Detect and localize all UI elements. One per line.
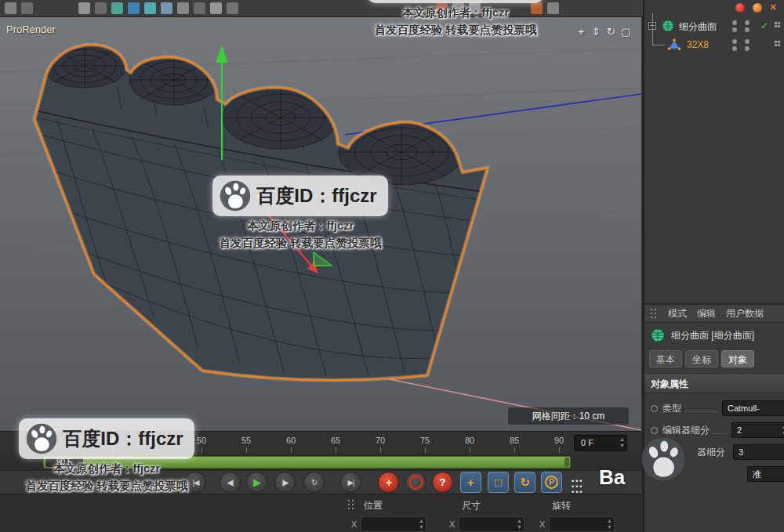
position-header: 位置 (364, 499, 383, 512)
timeline-tick: 65 (326, 436, 345, 445)
loop-button[interactable]: ↻ (303, 472, 325, 493)
toolbar-icon[interactable] (128, 2, 140, 14)
baidu-jingyan-logo-icon (25, 422, 58, 455)
timeline-tick: 60 (281, 436, 300, 445)
toolbar-icon[interactable] (227, 2, 238, 14)
attribute-menubar: 模式 编辑 用户数据 (644, 304, 784, 323)
layer-grid-icon[interactable] (775, 41, 781, 47)
record-keyframe-button[interactable]: + (378, 472, 399, 493)
animation-dot-icon[interactable] (651, 427, 658, 434)
render-red-ball-icon[interactable] (735, 3, 745, 13)
object-properties-section[interactable]: 对象属性 (644, 375, 784, 393)
spinner-arrows[interactable]: ▲▼ (419, 518, 424, 530)
range-end-handle[interactable] (564, 458, 569, 467)
spinner-arrows[interactable]: ▲▼ (619, 436, 625, 449)
watermark: 百度ID：ffjczr 本文原创作者：ffjczr 首发百度经验 转载要点赞投票… (353, 0, 558, 38)
watermark: 百度ID：ffjczr 本文原创作者：ffjczr 首发百度经验 转载要点赞投票… (198, 176, 403, 251)
move-tool-button[interactable]: + (460, 472, 481, 493)
toggle-view-icon[interactable]: ▢ (619, 25, 633, 38)
timeline-tick: 70 (371, 436, 390, 445)
toolbar-icon[interactable] (5, 2, 16, 14)
object-manager: × 细分曲面 ✓ 32X8 (644, 0, 784, 304)
close-icon[interactable]: × (770, 1, 776, 13)
next-frame-button[interactable]: |▶ (274, 472, 296, 493)
menu-edit[interactable]: 编辑 (697, 307, 716, 320)
goto-end-button[interactable]: ▶| (340, 472, 361, 493)
size-header: 尺寸 (462, 499, 481, 512)
spinner-arrows[interactable]: ▲▼ (607, 518, 612, 530)
object-row-mesh[interactable]: 32X8 (644, 36, 784, 54)
rotation-header: 旋转 (552, 499, 571, 512)
render-visibility-dots[interactable] (745, 20, 750, 34)
tab-coordinates[interactable]: 坐标 (685, 350, 718, 367)
panel-grip-icon[interactable] (348, 500, 355, 510)
dolly-icon[interactable]: ⇕ (590, 25, 603, 38)
attribute-object-title: 细分曲面 [细分曲面] (644, 323, 784, 348)
watermark-fragment: Ba (599, 465, 625, 490)
render-orange-ball-icon[interactable] (753, 3, 762, 13)
timeline-tick: 55 (237, 436, 256, 445)
prev-key-button[interactable]: ◀| (220, 472, 241, 493)
renderer-label: ProRender (6, 24, 56, 35)
type-dropdown[interactable]: Catmull- (722, 400, 784, 416)
spinner-arrows[interactable]: ▲▼ (517, 518, 522, 530)
axis-label: X (449, 519, 455, 529)
size-x-field[interactable]: ▲▼ (459, 516, 524, 532)
panel-grip-icon[interactable] (651, 309, 658, 319)
play-button[interactable]: ▶ (246, 472, 267, 493)
dotted-leader (685, 411, 718, 412)
coordinate-manager: 位置 尺寸 旋转 X X X ▲▼ ▲▼ ▲▼ (0, 494, 641, 532)
baidu-jingyan-logo-icon (219, 179, 252, 212)
watermark: 百度ID：ffjczr 本文原创作者：ffjczr 首发百度经验 转载要点赞投票… (5, 418, 209, 494)
toolbar-icon[interactable] (161, 2, 172, 14)
scale-tool-button[interactable]: □ (488, 472, 509, 493)
subdivision-surface-icon (662, 20, 674, 32)
subdivision-surface-icon (651, 328, 665, 342)
dotted-leader (713, 433, 728, 434)
rotate-tool-button[interactable]: ↻ (514, 472, 535, 493)
orbit-icon[interactable]: ↻ (604, 25, 618, 38)
timeline-tick: 85 (505, 436, 524, 445)
timeline-tick: 75 (416, 436, 434, 445)
toolbar-icon[interactable] (21, 2, 33, 14)
record-options-button[interactable]: ? (432, 472, 453, 493)
toolbar-icon[interactable] (144, 2, 156, 14)
toolbar-icon[interactable] (111, 2, 123, 14)
position-x-field[interactable]: ▲▼ (361, 516, 426, 532)
editor-visibility-dots[interactable] (732, 20, 738, 34)
tab-object[interactable]: 对象 (721, 350, 754, 367)
current-frame-field[interactable]: 0 F ▲▼ (574, 435, 627, 451)
prorender-tool-button[interactable]: P (541, 472, 562, 493)
pan-icon[interactable]: ⌖ (575, 25, 588, 38)
autokey-button[interactable] (405, 472, 426, 493)
render-visibility-dots[interactable] (745, 39, 750, 53)
object-row-subdivision[interactable]: 细分曲面 ✓ (644, 17, 784, 35)
render-subdivision-field[interactable]: 3▲▼ (733, 444, 784, 460)
layer-grid-icon[interactable] (775, 22, 781, 28)
subdivide-uv-dropdown[interactable]: 准 (747, 466, 784, 482)
generator-enabled-check[interactable]: ✓ (760, 20, 768, 31)
axis-label: X (351, 519, 357, 529)
timeline-tick: 90 (550, 436, 568, 445)
menu-mode[interactable]: 模式 (668, 307, 687, 320)
cinema4d-window: ProRender ⌖ ⇕ ↻ ▢ 网格间距：10 cm 40 45 50 55… (0, 0, 784, 532)
tab-basic[interactable]: 基本 (649, 350, 682, 367)
baidu-jingyan-logo-icon (640, 436, 687, 483)
toolbar-icon[interactable] (95, 2, 107, 14)
grid-spacing-label: 网格间距：10 cm (508, 407, 629, 425)
menu-userdata[interactable]: 用户数据 (726, 307, 764, 320)
type-row: 类型 Catmull- (644, 398, 784, 418)
timeline-tick: 80 (460, 436, 479, 445)
axis-label: X (539, 519, 545, 529)
toolbar-icon[interactable] (194, 2, 205, 14)
palette-grid-icon[interactable] (572, 473, 592, 492)
editor-visibility-dots[interactable] (732, 39, 738, 53)
polygon-object-icon (668, 38, 681, 51)
rotation-h-field[interactable]: ▲▼ (549, 516, 615, 532)
editor-subdivision-field[interactable]: 2▲▼ (731, 422, 784, 438)
toolbar-icon[interactable] (210, 2, 222, 14)
attribute-tabs: 基本 坐标 对象 (644, 350, 784, 367)
toolbar-icon[interactable] (177, 2, 189, 14)
animation-dot-icon[interactable] (651, 405, 658, 412)
toolbar-icon[interactable] (78, 2, 90, 14)
